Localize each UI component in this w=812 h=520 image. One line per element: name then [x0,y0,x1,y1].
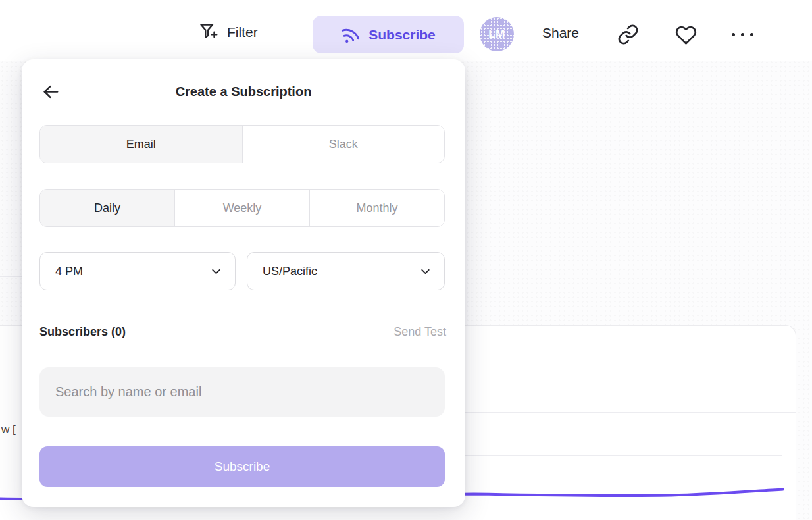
share-button[interactable]: Share [542,25,579,41]
filter-button[interactable]: Filter [198,22,258,42]
tab-slack[interactable]: Slack [242,126,445,163]
rss-icon [338,22,363,47]
heart-icon [675,24,697,46]
tab-email[interactable]: Email [40,126,242,163]
tab-daily[interactable]: Daily [40,190,174,226]
bg-chart-gridline [465,412,796,413]
more-menu-button[interactable] [732,33,753,36]
avatar-initials: LM [488,28,505,41]
bg-row-divider [0,457,24,457]
send-test-button[interactable]: Send Test [393,325,446,339]
link-icon [617,24,639,45]
chevron-down-icon [419,265,432,278]
avatar[interactable]: LM [480,17,514,51]
copy-link-button[interactable] [617,24,639,45]
toolbar-subscribe-button[interactable]: Subscribe [313,16,464,53]
frequency-tabs: Daily Weekly Monthly [39,189,445,227]
share-label: Share [542,25,579,41]
tab-weekly[interactable]: Weekly [174,190,309,226]
toolbar-subscribe-label: Subscribe [368,27,436,43]
subscribers-row: Subscribers (0) Send Test [39,325,446,339]
filter-plus-icon [198,22,218,42]
time-select[interactable]: 4 PM [39,252,236,290]
bg-chart-gridline [465,455,782,456]
modal-subscribe-button[interactable]: Subscribe [39,446,445,487]
timezone-select-value: US/Pacific [263,265,317,278]
create-subscription-modal: Create a Subscription Email Slack Daily … [22,59,465,507]
modal-title: Create a Subscription [22,84,465,99]
favorite-button[interactable] [675,24,697,46]
toolbar: Filter Subscribe LM Share [0,0,812,61]
channel-tabs: Email Slack [39,125,445,163]
time-select-value: 4 PM [55,265,83,278]
subscriber-search-input[interactable] [39,384,445,400]
timezone-select[interactable]: US/Pacific [247,252,445,290]
subscribers-count-label: Subscribers (0) [39,325,126,339]
bg-partial-row-text: w [ [1,423,16,436]
subscriber-search [39,367,445,417]
ellipsis-icon [732,33,753,36]
chevron-down-icon [209,265,223,278]
tab-monthly[interactable]: Monthly [309,190,444,226]
filter-label: Filter [227,24,258,40]
